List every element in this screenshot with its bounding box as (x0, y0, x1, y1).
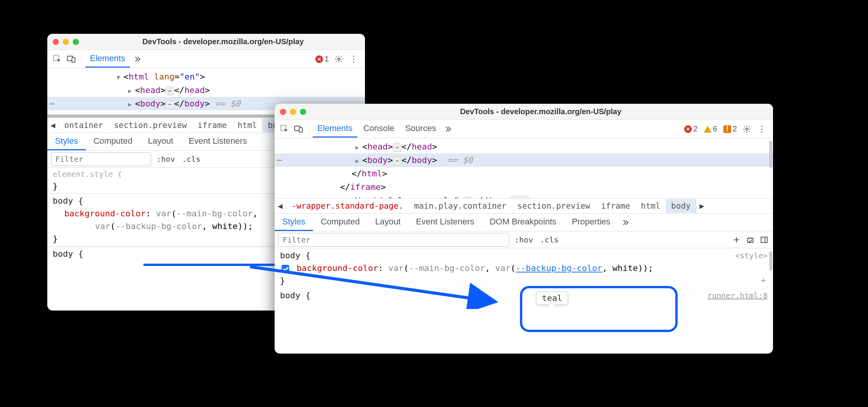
computed-styles-icon[interactable] (745, 235, 755, 245)
breadcrumb-html[interactable]: html (636, 199, 666, 213)
traffic-lights (280, 109, 306, 115)
property-enabled-checkbox[interactable] (282, 265, 289, 272)
error-icon: ✕ (315, 55, 323, 63)
css-property-name[interactable]: background-color (64, 209, 146, 218)
css-var-main[interactable]: --main-bg-color (409, 263, 485, 273)
breadcrumb-scroll-right-icon[interactable]: ▶ (696, 199, 708, 213)
breadcrumb-iframe[interactable]: iframe (192, 118, 232, 132)
error-icon: ✕ (684, 125, 692, 133)
toggle-sidebar-icon[interactable] (759, 235, 769, 245)
window-zoom-button[interactable] (300, 109, 306, 115)
styles-filter-input[interactable] (278, 233, 509, 247)
window-title: DevTools - developer.mozilla.org/en-US/p… (87, 37, 360, 46)
css-var-backup[interactable]: --backup-bg-color (115, 221, 202, 231)
subtab-computed[interactable]: Computed (313, 214, 368, 231)
cls-toggle[interactable]: .cls (180, 154, 202, 164)
css-fallback-white[interactable]: white (613, 263, 638, 273)
add-property-icon[interactable]: ＋ (759, 274, 768, 286)
more-tabs-icon[interactable] (442, 123, 455, 135)
rule-body-1[interactable]: <style> body { background-color: var(--m… (275, 248, 773, 288)
devtools-window-2: DevTools - developer.mozilla.org/en-US/p… (275, 104, 773, 354)
window-zoom-button[interactable] (73, 39, 79, 45)
add-style-rule-icon[interactable] (731, 235, 741, 245)
breadcrumb-scroll-left-icon[interactable]: ◀ (47, 118, 59, 133)
warning-count-badge[interactable]: 6 (701, 125, 720, 133)
css-property-name[interactable]: background-color (297, 263, 378, 273)
css-var-backup-link[interactable]: --backup-bg-color (516, 263, 602, 273)
breadcrumb-main[interactable]: main.play.container (409, 199, 512, 213)
subtab-layout[interactable]: Layout (140, 133, 181, 150)
settings-icon[interactable] (333, 53, 345, 65)
ellipsis-chip[interactable]: ⋯ (393, 143, 401, 152)
window-minimize-button[interactable] (63, 39, 69, 45)
subtab-styles[interactable]: Styles (275, 214, 313, 231)
rule-selector-2: body { (280, 289, 768, 302)
subtab-event-listeners[interactable]: Event Listeners (181, 133, 255, 150)
traffic-lights (53, 39, 79, 45)
ellipsis-chip[interactable]: ⋯ (165, 100, 174, 109)
vertical-scrollbar[interactable] (769, 141, 772, 168)
inspect-element-icon[interactable] (278, 123, 291, 135)
subtab-event-listeners[interactable]: Event Listeners (408, 214, 482, 231)
source-link-style[interactable]: <style> (735, 250, 768, 261)
error-count-badge[interactable]: ✕2 (682, 125, 700, 133)
breadcrumb-scroll-left-icon[interactable]: ◀ (275, 199, 286, 213)
error-count: 2 (693, 125, 698, 133)
breadcrumb-wrapper[interactable]: -wrapper.standard-page. (286, 199, 409, 213)
breadcrumb-body[interactable]: body (666, 199, 696, 213)
toolbar-separator (81, 54, 82, 65)
svg-rect-7 (299, 128, 302, 132)
more-subtabs-icon[interactable] (620, 216, 632, 229)
tab-sources[interactable]: Sources (400, 120, 441, 138)
window-minimize-button[interactable] (290, 109, 296, 115)
breadcrumb-section-preview[interactable]: section.preview (512, 199, 596, 213)
main-toolbar: Elements Console Sources ✕2 6 !2 ⋮ (275, 120, 773, 138)
hov-toggle[interactable]: :hov (155, 154, 177, 164)
vertical-scrollbar[interactable] (769, 251, 772, 271)
inspect-element-icon[interactable] (51, 53, 63, 65)
device-toolbar-icon[interactable] (292, 123, 305, 135)
breadcrumb-container[interactable]: ontainer (59, 118, 108, 132)
breadcrumb-html[interactable]: html (232, 118, 263, 132)
tab-console[interactable]: Console (359, 120, 399, 138)
styles-rules-pane[interactable]: <style> body { background-color: var(--m… (275, 248, 773, 354)
overflow-dots-icon[interactable]: ⋯ (50, 97, 55, 110)
breadcrumb-section-preview[interactable]: section.preview (108, 118, 192, 132)
titlebar: DevTools - developer.mozilla.org/en-US/p… (47, 34, 365, 50)
tab-elements[interactable]: Elements (85, 50, 130, 68)
rule-body-2[interactable]: runner.html:8 body { (275, 288, 773, 302)
window-title: DevTools - developer.mozilla.org/en-US/p… (314, 107, 768, 116)
hov-toggle[interactable]: :hov (513, 235, 535, 244)
overflow-dots-icon[interactable]: ⋯ (277, 154, 282, 166)
kebab-menu-icon[interactable]: ⋮ (755, 124, 769, 134)
dom-tree-panel[interactable]: ▶<head>⋯</head> ⋯▶<body>⋯</body> == $0 <… (275, 138, 773, 198)
styles-subtabs: Styles Computed Layout Event Listeners D… (275, 214, 773, 231)
cls-toggle[interactable]: .cls (538, 235, 560, 244)
css-fallback-white[interactable]: white (212, 221, 238, 231)
kebab-menu-icon[interactable]: ⋮ (347, 54, 361, 64)
info-count: 2 (733, 125, 737, 133)
ellipsis-chip[interactable]: ⋯ (165, 86, 174, 95)
styles-filter-input[interactable] (51, 152, 151, 166)
subtab-styles[interactable]: Styles (47, 133, 86, 150)
error-count-badge[interactable]: ✕ 1 (313, 55, 331, 63)
source-link-runner[interactable]: runner.html:8 (707, 290, 768, 301)
subtab-properties[interactable]: Properties (564, 214, 618, 231)
tab-elements[interactable]: Elements (313, 120, 357, 138)
ellipsis-chip[interactable]: ⋯ (393, 156, 401, 165)
subtab-dom-breakpoints[interactable]: DOM Breakpoints (482, 214, 564, 231)
device-toolbar-icon[interactable] (65, 53, 77, 65)
dom-selected-body[interactable]: ⋯▶<body>⋯</body> == $0 (275, 153, 773, 167)
window-close-button[interactable] (280, 109, 286, 115)
subtab-layout[interactable]: Layout (367, 214, 408, 231)
breadcrumb-iframe[interactable]: iframe (596, 199, 636, 213)
info-count-badge[interactable]: !2 (721, 125, 739, 133)
window-close-button[interactable] (53, 39, 59, 45)
css-var-main[interactable]: --main-bg-color (176, 209, 253, 218)
more-tabs-icon[interactable] (132, 53, 144, 65)
info-icon: ! (723, 125, 731, 133)
error-count: 1 (325, 55, 329, 63)
subtab-computed[interactable]: Computed (86, 133, 140, 150)
warning-icon (704, 126, 711, 133)
settings-icon[interactable] (741, 123, 753, 135)
